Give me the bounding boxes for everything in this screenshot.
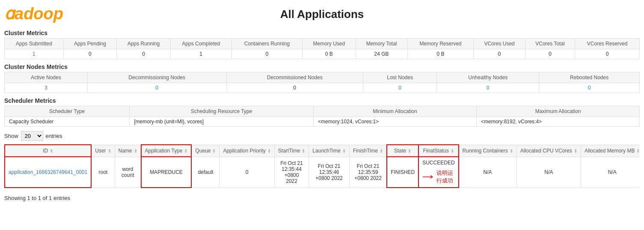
- cluster-metric-col: Memory Total: [356, 39, 407, 49]
- apps-col-user[interactable]: User⇕: [91, 145, 115, 157]
- scheduler-metrics-table: Scheduler TypeScheduling Resource TypeMi…: [4, 106, 640, 127]
- scheduler-col: Maximum Allocation: [477, 106, 640, 117]
- annotation-arrow: [422, 172, 435, 182]
- apps-col-application-type[interactable]: Application Type⇕: [141, 145, 192, 157]
- cluster-metric-col: Apps Submitted: [5, 39, 64, 49]
- cluster-metric-value: 24 GB: [356, 49, 407, 59]
- cluster-metric-col: VCores Reserved: [575, 39, 640, 49]
- cluster-metric-col: VCores Total: [525, 39, 575, 49]
- entries-suffix: entries: [46, 133, 62, 139]
- table-row: application_1666326749641_0001rootword c…: [5, 157, 640, 188]
- apps-col-allocated-cpu-vcores[interactable]: Allocated CPU VCores⇕: [516, 145, 581, 157]
- show-label: Show: [4, 133, 18, 139]
- alloc-mem-cell: N/A: [581, 157, 640, 188]
- sort-arrows: ⇕: [134, 149, 137, 153]
- annotation-text: 说明运行成功: [435, 169, 455, 185]
- scheduler-col: Minimum Allocation: [314, 106, 477, 117]
- scheduler-value: Capacity Scheduler: [5, 117, 130, 127]
- cluster-metric-col: Apps Completed: [170, 39, 231, 49]
- apps-col-running-containers[interactable]: Running Containers⇕: [459, 145, 517, 157]
- scheduler-value: <memory:8192, vCores:4>: [477, 117, 640, 127]
- sort-arrows: ⇕: [380, 149, 383, 153]
- apps-col-id[interactable]: ID⇕: [5, 145, 91, 157]
- node-metric-link[interactable]: 0: [398, 85, 401, 91]
- sort-arrows: ⇕: [50, 149, 53, 153]
- apps-table: ID⇕User⇕Name⇕Application Type⇕Queue⇕Appl…: [4, 144, 640, 188]
- node-metric-link[interactable]: 0: [155, 85, 158, 91]
- node-metric-col: Active Nodes: [5, 72, 88, 83]
- apps-col-application-priority[interactable]: Application Priority⇕: [220, 145, 274, 157]
- node-metric-col: Unhealthy Nodes: [437, 72, 539, 83]
- node-metric-link[interactable]: 0: [588, 85, 591, 91]
- node-metric-col: Rebooted Nodes: [539, 72, 640, 83]
- scheduler-col: Scheduling Resource Type: [130, 106, 314, 117]
- sort-arrows: ⇕: [636, 149, 640, 153]
- sort-arrows: ⇕: [574, 149, 577, 153]
- start-time-cell: Fri Oct 21 12:35:44 +0800 2022: [274, 157, 309, 188]
- cluster-nodes-section: Cluster Nodes Metrics Active NodesDecomm…: [4, 63, 640, 93]
- scheduler-col: Scheduler Type: [5, 106, 130, 117]
- cluster-metric-value: 0: [575, 49, 640, 59]
- apps-col-name[interactable]: Name⇕: [115, 145, 141, 157]
- node-metric-value: 3: [5, 83, 88, 93]
- sort-arrows: ⇕: [342, 149, 346, 153]
- cluster-metric-value: 0 B: [407, 49, 474, 59]
- node-metric-link[interactable]: 3: [45, 85, 47, 91]
- cluster-metric-value: 1: [170, 49, 231, 59]
- node-metric-col: Decommissioned Nodes: [226, 72, 363, 83]
- launch-time-cell: Fri Oct 21 12:35:46 +0800 2022: [309, 157, 350, 188]
- cluster-nodes-title: Cluster Nodes Metrics: [4, 63, 640, 70]
- name-cell: word count: [115, 157, 141, 188]
- sort-arrows: ⇕: [184, 149, 187, 153]
- node-metric-value: 0: [437, 83, 539, 93]
- hadoop-logo: ɑadoop: [4, 4, 63, 23]
- apps-col-finishtime[interactable]: FinishTime⇕: [349, 145, 387, 157]
- node-metric-col: Lost Nodes: [363, 72, 437, 83]
- node-metric-link[interactable]: 0: [487, 85, 490, 91]
- cluster-metric-value: 0: [525, 49, 575, 59]
- apps-submitted-link[interactable]: 1: [33, 51, 36, 57]
- node-metric-value: 0: [87, 83, 226, 93]
- queue-cell: default: [191, 157, 220, 188]
- cluster-metric-col: Containers Running: [231, 39, 302, 49]
- priority-cell: 0: [220, 157, 274, 188]
- app-id-cell[interactable]: application_1666326749641_0001: [5, 157, 91, 188]
- sort-arrows: ⇕: [408, 149, 411, 153]
- apps-col-state[interactable]: State⇕: [387, 145, 418, 157]
- sort-arrows: ⇕: [212, 149, 216, 153]
- sort-arrows: ⇕: [108, 149, 111, 153]
- apps-col-finalstatus[interactable]: FinalStatus⇕: [418, 145, 458, 157]
- state-cell: FINISHED: [387, 157, 418, 188]
- cluster-metric-col: Apps Running: [117, 39, 171, 49]
- cluster-metric-value: 0: [231, 49, 302, 59]
- cluster-nodes-table: Active NodesDecommissioning NodesDecommi…: [4, 72, 640, 93]
- scheduler-value: <memory:1024, vCores:1>: [314, 117, 477, 127]
- cluster-metric-col: Apps Pending: [63, 39, 117, 49]
- cluster-metric-col: Memory Reserved: [407, 39, 474, 49]
- app-type-cell: MAPREDUCE: [141, 157, 192, 188]
- cluster-metric-value: 1: [5, 49, 64, 59]
- scheduler-value: [memory-mb (unit=Mi), vcores]: [130, 117, 314, 127]
- apps-col-starttime[interactable]: StartTime⇕: [274, 145, 309, 157]
- cluster-metric-value: 0: [474, 49, 525, 59]
- scheduler-metrics-section: Scheduler Metrics Scheduler TypeScheduli…: [4, 97, 640, 127]
- apps-col-launchtime[interactable]: LaunchTime⇕: [309, 145, 350, 157]
- showing-info: Showing 1 to 1 of 1 entries: [4, 192, 640, 204]
- sort-arrows: ⇕: [451, 149, 454, 153]
- app-id-link[interactable]: application_1666326749641_0001: [9, 169, 87, 175]
- alloc-cpu-cell: N/A: [516, 157, 581, 188]
- cluster-metric-value: 0 B: [303, 49, 356, 59]
- show-entries-control: Show 10202550100 entries: [4, 131, 640, 141]
- apps-col-allocated-memory-mb[interactable]: Allocated Memory MB⇕: [581, 145, 640, 157]
- final-status-cell: SUCCEEDED说明运行成功: [418, 157, 458, 188]
- cluster-metrics-title: Cluster Metrics: [4, 30, 640, 36]
- entries-select[interactable]: 10202550100: [21, 131, 43, 141]
- sort-arrows: ⇕: [510, 149, 513, 153]
- cluster-metric-value: 0: [117, 49, 171, 59]
- cluster-metrics-section: Cluster Metrics Apps SubmittedApps Pendi…: [4, 30, 640, 59]
- final-status-value: SUCCEEDED: [422, 160, 454, 166]
- page-title: All Applications: [4, 0, 640, 25]
- apps-col-queue[interactable]: Queue⇕: [191, 145, 220, 157]
- apps-table-wrapper: ID⇕User⇕Name⇕Application Type⇕Queue⇕Appl…: [4, 144, 640, 188]
- cluster-metric-col: Memory Used: [303, 39, 356, 49]
